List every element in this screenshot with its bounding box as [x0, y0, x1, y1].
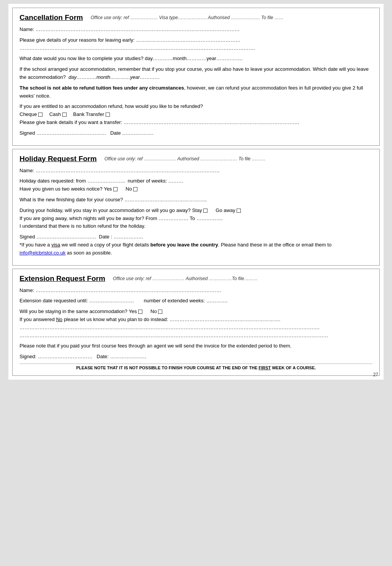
- notice-no-checkbox[interactable]: [133, 187, 137, 191]
- notice-yes-checkbox[interactable]: [113, 187, 118, 191]
- holiday-finishing-date: What is the new finishing date for your …: [20, 196, 372, 204]
- extension-signed: Signed: …………………………… Date: ………………….: [20, 353, 372, 361]
- cancellation-signed: Signed …………………………………… Date ……………….: [20, 129, 372, 137]
- holiday-dates: Holiday dates requested: from ………………….. …: [20, 177, 372, 193]
- cancellation-name: Name: ……………………………………………………………………………………………: [20, 26, 372, 34]
- go-away-checkbox[interactable]: [237, 209, 241, 213]
- extension-title: Extension Request Form: [20, 274, 105, 283]
- extension-accommodation: Will you be staying in the same accommod…: [20, 308, 372, 339]
- holiday-office-use: Office use only: ref ………………… Authorised …: [105, 155, 372, 161]
- cancellation-accommodation: If the school arranged your accommodatio…: [20, 65, 372, 82]
- acc-yes-checkbox[interactable]: [138, 310, 142, 314]
- cheque-checkbox[interactable]: [38, 113, 42, 117]
- cancellation-refund: If you are entitled to an accommodation …: [20, 103, 372, 126]
- extension-form: Extension Request Form Office use only: …: [12, 269, 380, 376]
- extension-date: Extension date requested until: ………………………: [20, 297, 372, 305]
- cancellation-reasons: Please give details of your reasons for …: [20, 36, 372, 52]
- cash-checkbox[interactable]: [62, 113, 67, 117]
- extension-office-use: Office use only: ref ………………… Authorised …: [113, 274, 372, 281]
- cancellation-office-use: Office use only: ref ……………… Visa type…………: [91, 13, 372, 20]
- cancellation-form: Cancellation Form Office use only: ref ……: [12, 8, 380, 146]
- holiday-title: Holiday Request Form: [20, 155, 97, 163]
- stay-checkbox[interactable]: [203, 209, 207, 213]
- holiday-during: During your holiday, will you stay in yo…: [20, 207, 372, 230]
- holiday-form: Holiday Request Form Office use only: re…: [12, 149, 380, 266]
- holiday-name: Name: ……………………………………………………………………………………………: [20, 167, 372, 175]
- page-number: 27: [373, 372, 378, 377]
- bank-transfer-label: Bank Transfer: [73, 111, 104, 117]
- acc-no-checkbox[interactable]: [158, 310, 162, 314]
- extension-name: Name: ……………………………………………………………………………………………: [20, 287, 372, 295]
- cash-label: Cash: [49, 111, 61, 117]
- cheque-label: Cheque: [20, 111, 37, 117]
- if-no-underline: No: [56, 316, 62, 322]
- extension-invoice: Please note that if you paid your first …: [20, 342, 372, 350]
- before-leave-bold: before you leave the country: [150, 242, 218, 248]
- bank-transfer-checkbox[interactable]: [106, 113, 110, 117]
- extension-footer: PLEASE NOTE THAT IT IS NOT POSSIBLE TO F…: [20, 364, 372, 370]
- visa-email-link[interactable]: info@elcbristol.co.uk: [20, 250, 65, 256]
- cancellation-tuition: The school is not able to refund tuition…: [20, 84, 372, 100]
- visa-word: visa: [51, 242, 60, 248]
- cancellation-complete-date: What date would you now like to complete…: [20, 55, 372, 63]
- footer-underline: FIRST: [259, 365, 271, 370]
- cancellation-title: Cancellation Form: [20, 13, 83, 22]
- holiday-signed: Signed ……………………………… Date : ……………… *If yo…: [20, 233, 372, 257]
